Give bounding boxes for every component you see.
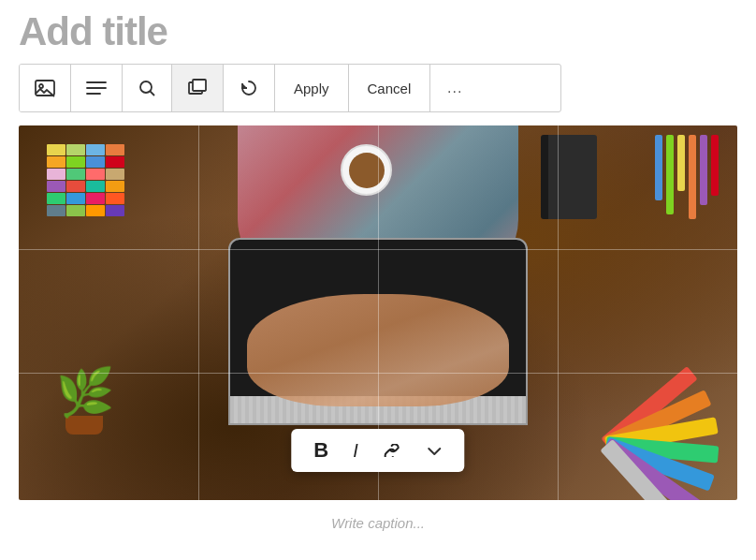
swatches-right	[606, 350, 728, 472]
image-icon-button[interactable]	[20, 65, 71, 111]
hands	[247, 294, 509, 406]
notebook	[541, 135, 597, 219]
coffee-cup	[341, 144, 392, 196]
coffee-liquid	[349, 153, 385, 188]
caption-area[interactable]: Write caption...	[19, 509, 737, 537]
cancel-button[interactable]: Cancel	[349, 65, 431, 111]
pens-right	[655, 135, 719, 219]
text-align-icon-button[interactable]	[71, 65, 123, 111]
bold-button[interactable]: B	[310, 438, 332, 463]
page-title[interactable]: Add title	[19, 9, 737, 54]
plant: 🌿	[56, 369, 112, 444]
swatch-strip-1	[47, 144, 159, 216]
apply-button[interactable]: Apply	[275, 65, 349, 111]
plant-pot	[65, 416, 103, 435]
search-icon-button[interactable]	[123, 65, 172, 111]
rotate-icon-button[interactable]	[224, 65, 275, 111]
italic-button[interactable]: I	[349, 439, 362, 462]
svg-point-1	[39, 84, 43, 88]
more-format-button[interactable]	[424, 439, 446, 462]
resize-icon-button[interactable]	[172, 65, 224, 111]
image-block: // Render keyboard keys via JS after bod…	[19, 125, 737, 500]
more-options-button[interactable]: ...	[430, 65, 479, 111]
plant-leaves: 🌿	[56, 369, 112, 416]
svg-line-6	[151, 92, 155, 96]
format-toolbar: B I	[291, 429, 464, 472]
swatches-left	[47, 144, 159, 216]
svg-rect-8	[193, 80, 206, 91]
caption-placeholder: Write caption...	[331, 515, 425, 531]
link-button[interactable]	[379, 439, 407, 462]
svg-point-5	[140, 81, 152, 93]
image-toolbar: Apply Cancel ...	[19, 64, 561, 112]
